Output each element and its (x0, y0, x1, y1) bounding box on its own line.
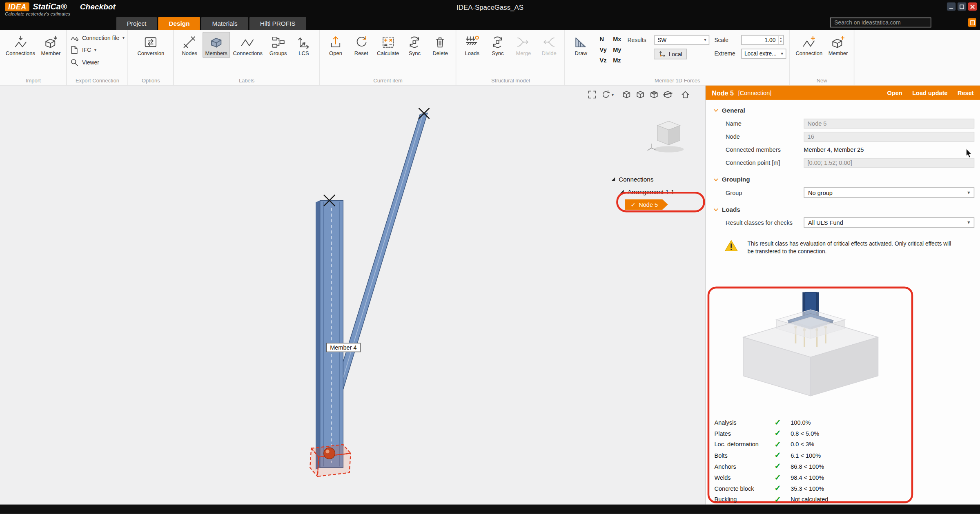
local-axes-button[interactable]: Local (654, 49, 687, 59)
home-view-button[interactable] (681, 90, 690, 99)
viewer-icon (70, 58, 79, 66)
notification-icon[interactable] (968, 18, 976, 27)
toggle-my[interactable]: My (613, 46, 621, 53)
results-select[interactable]: SW ▾ (654, 35, 709, 45)
collapse-chevron-icon (714, 176, 718, 181)
minimize-button[interactable] (947, 2, 956, 11)
tab-project[interactable]: Project (116, 17, 157, 30)
toggle-mz[interactable]: Mz (613, 57, 621, 64)
bottom-bar (0, 505, 980, 514)
toggle-vy[interactable]: Vy (600, 46, 607, 53)
tree-item-arrangement[interactable]: Arrangement 1-1 (608, 186, 703, 198)
reset-icon (354, 35, 369, 49)
panel-load-update-button[interactable]: Load update (912, 89, 947, 96)
cube-shaded-icon (649, 90, 659, 99)
navigation-cube-icon (644, 117, 691, 154)
maximize-button[interactable] (958, 2, 966, 11)
stepper-arrows-icon[interactable]: ▴▾ (778, 36, 783, 44)
tab-materials[interactable]: Materials (202, 17, 248, 30)
clip-plane-icon (663, 90, 673, 99)
group-label-options: Options (131, 76, 170, 84)
ribbon-group-member-forces: Draw N Vy Vz Mx My Mz Res (565, 30, 790, 85)
chevron-down-icon: ▾ (612, 92, 614, 97)
check-row: Welds ✓ 98.4 < 100% (714, 472, 907, 483)
export-viewer-button[interactable]: Viewer (70, 56, 99, 69)
group-select[interactable]: No group ▾ (804, 187, 974, 198)
open-icon (328, 35, 343, 49)
home-icon (681, 90, 690, 99)
loads-button[interactable]: Loads (460, 32, 485, 58)
scale-stepper[interactable]: 1.00 ▴▾ (741, 35, 784, 45)
labels-members-button[interactable]: Members (203, 32, 229, 58)
view-wireframe-button[interactable] (622, 90, 631, 99)
rotate-view-button[interactable]: ▾ (601, 90, 614, 99)
section-general[interactable]: General (714, 107, 980, 114)
tagline: Calculate yesterday's estimates (5, 12, 70, 16)
labels-lcs-button[interactable]: LCS (291, 32, 316, 58)
calculate-button[interactable]: Calculate (374, 32, 401, 58)
search-input[interactable] (830, 18, 931, 27)
toggle-mx[interactable]: Mx (613, 35, 621, 42)
check-row: Loc. deformation ✓ 0.0 < 3% (714, 439, 907, 450)
chevron-down-icon: ▾ (704, 38, 706, 42)
cube-wireframe-icon (622, 90, 631, 99)
group-label-structural-model: Structural model (460, 76, 561, 84)
warning-icon (724, 240, 738, 252)
ribbon-group-structural-model: Loads Sync Merge Divide (457, 30, 565, 85)
results-label: Results (628, 37, 651, 43)
tab-design[interactable]: Design (158, 17, 200, 30)
model-viewport[interactable]: Member 4 ▾ (0, 86, 705, 505)
clip-view-button[interactable] (663, 90, 673, 99)
panel-title: Node 5 (712, 89, 734, 96)
export-ifc-button[interactable]: IFC ▾ (70, 44, 96, 56)
navigation-cube[interactable] (644, 117, 691, 157)
force-component-toggles: N Vy Vz Mx My Mz (599, 32, 623, 64)
fit-view-button[interactable] (588, 90, 597, 99)
check-row: Concrete block ✓ 35.3 < 100% (714, 483, 907, 494)
panel-reset-button[interactable]: Reset (958, 89, 974, 96)
node-field: 16 (804, 131, 974, 141)
sync-current-button[interactable]: Sync (402, 32, 427, 58)
export-connection-file-button[interactable]: Connection file ▾ (70, 32, 125, 44)
view-hidden-lines-button[interactable] (636, 90, 645, 99)
annotation-results-box: Analysis ✓ 100.0% Plates ✓ 0.8 < 5.0% Lo… (708, 287, 913, 503)
panel-open-button[interactable]: Open (887, 89, 902, 96)
toggle-vz[interactable]: Vz (600, 57, 607, 64)
tree-item-node5[interactable]: ✓ Node 5 (625, 199, 668, 210)
labels-nodes-button[interactable]: Nodes (177, 32, 202, 58)
new-member-button[interactable]: Member (826, 32, 851, 58)
labels-connections-button[interactable]: Connections (230, 32, 265, 58)
view-shaded-button[interactable] (649, 90, 659, 99)
check-row: Analysis ✓ 100.0% (714, 417, 907, 428)
import-connections-button[interactable]: Connections (3, 32, 38, 58)
result-classes-select[interactable]: All ULS Fund ▾ (804, 217, 974, 228)
group-label-new: New (793, 76, 851, 84)
open-button[interactable]: Open (323, 32, 348, 58)
import-member-button[interactable]: Member (38, 32, 63, 58)
tab-hilti-profis[interactable]: Hilti PROFIS (249, 17, 306, 30)
close-button[interactable] (968, 2, 977, 11)
chevron-down-icon: ▾ (781, 51, 783, 56)
connections-tree: Connections Arrangement 1-1 ✓ Node 5 (608, 173, 703, 210)
mouse-cursor (966, 148, 973, 158)
merge-button: Merge (511, 32, 536, 58)
delete-button[interactable]: Delete (428, 32, 453, 58)
sync-structural-button[interactable]: Sync (485, 32, 510, 58)
tree-item-connections[interactable]: Connections (608, 173, 703, 186)
extreme-label: Extreme (714, 51, 738, 57)
section-loads[interactable]: Loads (714, 206, 980, 213)
property-row: Result classes for checks All ULS Fund ▾ (706, 216, 980, 229)
property-row: Connected members Member 4, Member 25 (706, 143, 980, 156)
expander-icon[interactable] (611, 177, 615, 181)
draw-forces-button[interactable]: Draw (568, 32, 593, 58)
new-connection-button[interactable]: Connection (793, 32, 825, 58)
panel-subtitle: [Connection] (738, 89, 772, 96)
connection-point-field: [0.00; 1.52; 0.00] (804, 157, 974, 167)
reset-button[interactable]: Reset (349, 32, 374, 58)
conversion-button[interactable]: Conversion (135, 32, 167, 58)
expander-icon[interactable] (620, 190, 624, 193)
labels-groups-button[interactable]: Groups (266, 32, 291, 58)
extreme-select[interactable]: Local extre... ▾ (741, 49, 786, 58)
section-grouping[interactable]: Grouping (714, 176, 980, 183)
toggle-n[interactable]: N (600, 35, 607, 42)
